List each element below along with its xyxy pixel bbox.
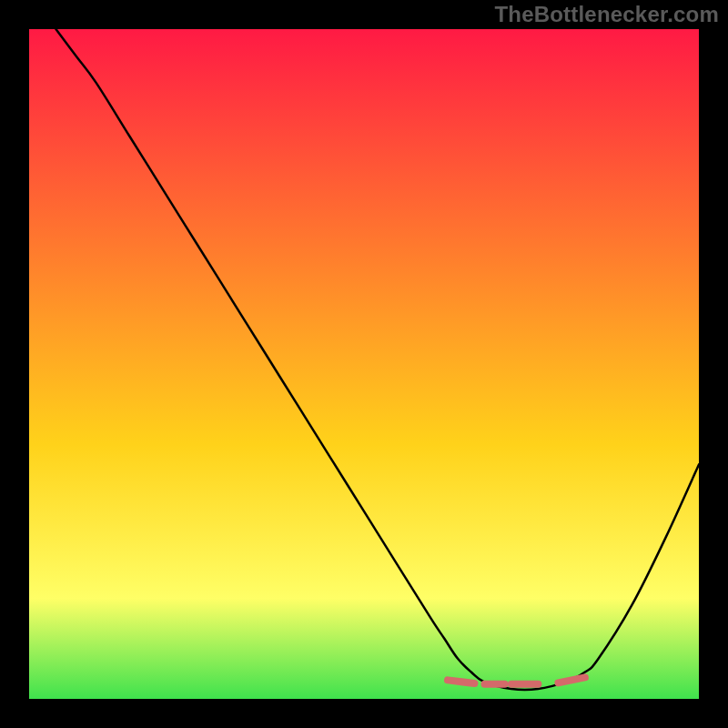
highlight-segment-0 — [448, 680, 474, 683]
outer-frame: TheBottlenecker.com — [0, 0, 728, 728]
plot-svg — [29, 29, 699, 699]
watermark-text: TheBottlenecker.com — [494, 2, 719, 27]
plot-area — [29, 29, 699, 699]
gradient-background — [29, 29, 699, 699]
